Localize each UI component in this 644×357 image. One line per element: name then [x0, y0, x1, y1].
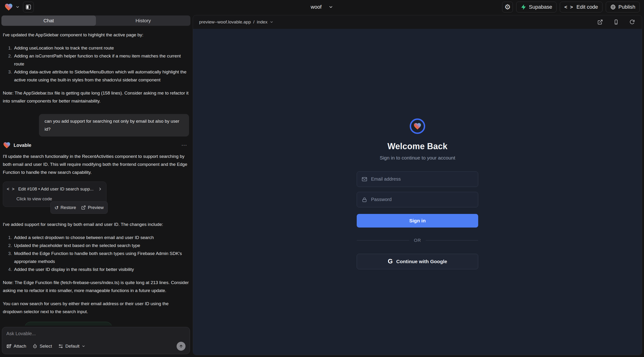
supabase-button[interactable]: Supabase	[516, 2, 556, 12]
lovable-heart-icon	[3, 141, 11, 149]
open-in-new-tab-button[interactable]	[596, 18, 604, 26]
mode-default-dropdown[interactable]: Default	[58, 344, 85, 349]
preview-url: preview--woof.lovable.app	[199, 20, 251, 25]
external-link-icon	[597, 19, 603, 25]
tab-chat[interactable]: Chat	[2, 16, 96, 26]
assistant-msg1-intro: I've updated the AppSidebar component to…	[3, 31, 189, 39]
restored-label: Restored	[3, 324, 21, 326]
attach-button[interactable]: Attach	[6, 344, 26, 349]
list-item: Adding an isCurrentPath helper function …	[13, 52, 189, 68]
settings-button[interactable]: ⚙	[502, 2, 513, 12]
preview-url-bar: preview--woof.lovable.app / index	[193, 15, 642, 29]
password-field[interactable]	[357, 192, 478, 207]
list-item: Adding data-active attribute to SidebarM…	[13, 68, 189, 84]
login-subtitle: Sign in to continue to your account	[357, 155, 478, 161]
assistant-msg2-intro: I'll update the search functionality in …	[3, 152, 189, 176]
login-card: Welcome Back Sign in to continue to your…	[357, 118, 478, 269]
divider-label: OR	[414, 238, 421, 243]
composer-actions: Attach Select Default	[6, 342, 186, 351]
panel-left-icon	[25, 4, 32, 10]
tab-history[interactable]: History	[96, 16, 190, 26]
preview-bar-actions	[596, 18, 636, 26]
envelope-icon	[362, 176, 368, 182]
refresh-icon	[629, 19, 635, 25]
sign-in-button[interactable]: Sign in	[357, 214, 478, 228]
assistant-header: Lovable ⋯	[3, 141, 189, 149]
chevron-down-icon	[270, 20, 274, 24]
app-topbar: woof ⚙ Supabase < > Edit code Publish	[0, 0, 644, 14]
preview-label: Preview	[88, 204, 104, 212]
lovable-heart-icon	[413, 122, 422, 130]
email-input[interactable]	[371, 176, 474, 182]
preview-url-dropdown[interactable]: preview--woof.lovable.app / index	[199, 20, 274, 25]
assistant-msg2-summary-intro: I've added support for searching by both…	[3, 220, 189, 228]
select-label: Select	[40, 344, 52, 349]
publish-button[interactable]: Publish	[606, 2, 640, 12]
edit-card-toolbar: ↺ Restore Preview	[50, 202, 108, 214]
assistant-msg2-outro: You can now search for users by either t…	[3, 300, 189, 316]
password-input[interactable]	[371, 197, 474, 202]
attach-image-icon	[6, 344, 12, 349]
edit-code-card[interactable]: < > Edit #108 • Add user ID search supp.…	[3, 182, 106, 207]
select-button[interactable]: Select	[32, 344, 52, 349]
divider-line	[357, 240, 409, 240]
user-message-bubble: can you add support for searching not on…	[39, 114, 189, 136]
smartphone-icon	[613, 19, 619, 25]
list-item: Added the user ID display in the results…	[13, 266, 189, 274]
message-menu-icon[interactable]: ⋯	[181, 141, 189, 149]
google-label: Continue with Google	[396, 259, 447, 264]
restore-icon: ↺	[54, 205, 59, 210]
email-field[interactable]	[357, 172, 478, 187]
project-switcher[interactable]: woof	[311, 0, 333, 14]
main-layout: Chat History I've updated the AppSidebar…	[0, 14, 644, 357]
sliders-icon	[58, 344, 63, 349]
list-item: Modified the Edge Function to handle bot…	[13, 250, 189, 266]
continue-with-google-button[interactable]: G Continue with Google	[357, 254, 478, 269]
refresh-button[interactable]	[628, 18, 636, 26]
mode-label: Default	[66, 344, 80, 349]
list-item: Updated the placeholder text based on th…	[13, 242, 189, 250]
chat-input[interactable]	[6, 330, 186, 342]
chat-messages[interactable]: I've updated the AppSidebar component to…	[0, 27, 192, 326]
preview-button[interactable]: Preview	[81, 204, 104, 212]
chat-history-tabs: Chat History	[2, 16, 190, 26]
or-divider: OR	[357, 238, 478, 243]
edit-code-label: Edit code	[576, 4, 598, 10]
restored-version-id: #107	[30, 324, 40, 326]
globe-icon	[610, 4, 616, 10]
preview-page: index	[257, 20, 267, 25]
external-link-icon	[81, 205, 86, 210]
preview-panel: preview--woof.lovable.app / index	[193, 15, 642, 355]
chevron-down-icon	[328, 5, 333, 10]
lovable-heart-icon	[4, 2, 13, 12]
mobile-view-button[interactable]	[612, 18, 620, 26]
assistant-name: Lovable	[14, 141, 32, 149]
edit-card-title: Edit #108 • Add user ID search supp...	[18, 185, 94, 193]
google-g-icon: G	[388, 258, 393, 264]
arrow-up-icon	[179, 344, 184, 348]
edit-code-button[interactable]: < > Edit code	[560, 2, 602, 12]
assistant-msg1-list: Adding useLocation hook to track the cur…	[3, 44, 189, 84]
list-item: Added a select dropdown to choose betwee…	[13, 234, 189, 242]
restore-button[interactable]: ↺ Restore	[54, 204, 76, 212]
sidebar-toggle-button[interactable]	[23, 2, 34, 12]
chevron-down-icon	[16, 5, 20, 9]
restored-version-badge[interactable]: #107 Highlight Active Page in Sidebar	[24, 322, 112, 326]
lovable-logo-menu[interactable]	[4, 2, 20, 12]
list-item: Adding useLocation hook to track the cur…	[13, 44, 189, 52]
edit-card-header: < > Edit #108 • Add user ID search supp.…	[7, 185, 102, 193]
publish-label: Publish	[618, 4, 635, 10]
send-button[interactable]	[176, 342, 186, 351]
chevron-right-icon	[98, 187, 102, 192]
supabase-bolt-icon	[521, 4, 526, 10]
project-name: woof	[311, 4, 322, 10]
chat-panel: Chat History I've updated the AppSidebar…	[0, 14, 192, 357]
url-path-separator: /	[253, 20, 254, 25]
attach-label: Attach	[14, 344, 26, 349]
restored-version-title: Highlight Active Page in Sidebar	[43, 324, 106, 326]
code-brackets-icon: < >	[7, 185, 16, 193]
restored-row: Restored #107 Highlight Active Page in S…	[3, 322, 189, 326]
topbar-left-group	[4, 2, 34, 12]
assistant-msg2-note: Note: The Edge Function file (fetch-fire…	[3, 279, 189, 294]
assistant-msg1-note: Note: The AppSidebar.tsx file is getting…	[3, 89, 189, 105]
